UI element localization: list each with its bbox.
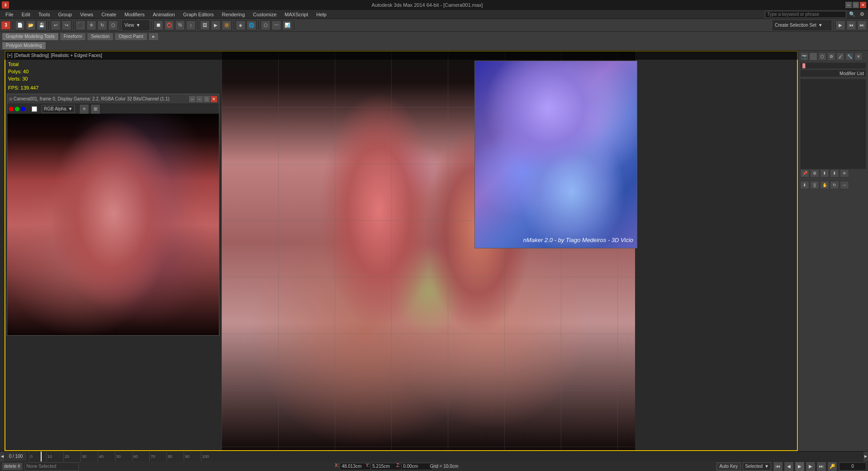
scene-btn[interactable]: 🌐 bbox=[247, 20, 256, 30]
trackview-btn[interactable]: 📊 bbox=[282, 20, 292, 30]
mod-del-btn[interactable]: ✕ bbox=[840, 169, 849, 177]
menu-animation[interactable]: Animation bbox=[149, 11, 179, 18]
scale-btn[interactable]: ⬡ bbox=[108, 20, 118, 30]
menu-rendering[interactable]: Rendering bbox=[218, 11, 249, 18]
go-start-btn[interactable]: ⏮ bbox=[773, 461, 783, 471]
timeline-scroll-left[interactable]: ◀ bbox=[0, 452, 5, 461]
separator10 bbox=[833, 21, 834, 30]
select-btn[interactable]: ⬛ bbox=[76, 20, 85, 30]
menu-edit[interactable]: Edit bbox=[18, 11, 34, 18]
camera-view[interactable] bbox=[7, 114, 219, 335]
play-btn[interactable]: ▶ bbox=[835, 20, 845, 30]
z-input[interactable] bbox=[401, 463, 433, 470]
mod-nav1-btn[interactable]: ⬇ bbox=[800, 181, 809, 189]
cam-min-btn[interactable]: − bbox=[196, 96, 203, 102]
panel-create-btn[interactable]: 📷 bbox=[800, 52, 808, 61]
play-anim-btn[interactable]: ▶ bbox=[795, 461, 805, 471]
next-key-btn[interactable]: ▶ bbox=[806, 461, 816, 471]
subtab-polygon[interactable]: Polygon Modeling bbox=[2, 42, 46, 50]
viewport-container[interactable]: [+] [Default Shading] [Realistic + Edged… bbox=[5, 51, 798, 451]
mod-pin-btn[interactable]: 📌 bbox=[800, 169, 809, 177]
selected-dropdown[interactable]: Selected▼ bbox=[743, 462, 771, 471]
render-btn[interactable]: ▶ bbox=[211, 20, 221, 30]
menu-create[interactable]: Create bbox=[98, 11, 120, 18]
panel-display-btn[interactable]: 🖊 bbox=[836, 52, 844, 61]
mod-settings-btn[interactable]: ⚙ bbox=[810, 169, 819, 177]
cam-close-btn[interactable]: ✕ bbox=[211, 96, 217, 102]
next-frame-btn[interactable]: ⏭ bbox=[857, 20, 867, 30]
maximize-button[interactable]: □ bbox=[853, 2, 859, 8]
cam-channel-btn[interactable]: ≡ bbox=[79, 104, 89, 114]
menu-file[interactable]: File bbox=[2, 11, 17, 18]
menu-maxscript[interactable]: MAXScript bbox=[281, 11, 312, 18]
view-dropdown[interactable]: View▼ bbox=[122, 20, 149, 30]
minimize-button[interactable]: ─ bbox=[845, 2, 852, 8]
new-btn[interactable]: 📄 bbox=[15, 20, 25, 30]
rgb-alpha-dropdown[interactable]: RGB Alpha▼ bbox=[42, 105, 75, 113]
modifier-list-dropdown[interactable]: Modifier List bbox=[800, 70, 866, 77]
mod-up-btn[interactable]: ⬆ bbox=[820, 169, 829, 177]
spinner-snap-btn[interactable]: ↕ bbox=[186, 20, 196, 30]
mod-nav3-btn[interactable]: ✋ bbox=[820, 181, 829, 189]
material-editor-btn[interactable]: ◈ bbox=[236, 20, 246, 30]
search-input[interactable] bbox=[765, 11, 846, 18]
prev-key-btn[interactable]: ◀ bbox=[784, 461, 794, 471]
render-setup-btn[interactable]: 🖼 bbox=[200, 20, 210, 30]
mod-nav4-btn[interactable]: ↻ bbox=[830, 181, 839, 189]
open-btn[interactable]: 📂 bbox=[26, 20, 36, 30]
percent-snap-btn[interactable]: % bbox=[175, 20, 185, 30]
snap-btn[interactable]: 🔲 bbox=[153, 20, 163, 30]
blue-channel-icon[interactable] bbox=[21, 107, 25, 111]
timeline-track[interactable]: 0 10 20 30 40 50 60 70 80 90 100 bbox=[27, 452, 863, 461]
search-options[interactable]: ⚙ bbox=[858, 10, 866, 18]
mod-nav2-btn[interactable]: || bbox=[810, 181, 819, 189]
cam-max-btn[interactable]: □ bbox=[204, 96, 210, 102]
menu-group[interactable]: Group bbox=[54, 11, 76, 18]
go-end-btn[interactable]: ⏭ bbox=[816, 461, 826, 471]
move-btn[interactable]: ✛ bbox=[86, 20, 96, 30]
delete-btn[interactable]: delete # bbox=[2, 462, 23, 471]
auto-key-btn[interactable]: Auto Key bbox=[716, 462, 741, 471]
menu-graph-editors[interactable]: Graph Editors bbox=[180, 11, 218, 18]
tab-graphite[interactable]: Graphite Modeling Tools bbox=[2, 33, 59, 41]
undo-btn[interactable]: ↩ bbox=[51, 20, 61, 30]
normal-map-view: nMaker 2.0 - by Tiago Medeiros - 3D Vici… bbox=[474, 61, 637, 248]
cam-options-btn[interactable]: ⊞ bbox=[90, 104, 100, 114]
timeline-scroll-right[interactable]: ▶ bbox=[863, 452, 868, 461]
green-channel-icon[interactable] bbox=[15, 107, 19, 111]
mod-down-btn[interactable]: ⬇ bbox=[830, 169, 839, 177]
save-btn[interactable]: 💾 bbox=[37, 20, 47, 30]
tab-freeform[interactable]: Freeform bbox=[60, 33, 86, 41]
cam-scroll-btn[interactable]: ↔ bbox=[189, 96, 195, 102]
menu-views[interactable]: Views bbox=[76, 11, 97, 18]
panel-motion-btn[interactable]: ⚙ bbox=[827, 52, 835, 61]
current-frame-input[interactable] bbox=[839, 462, 866, 471]
frame-number-input[interactable] bbox=[840, 463, 865, 470]
angle-snap-btn[interactable]: ⭕ bbox=[164, 20, 174, 30]
menu-tools[interactable]: Tools bbox=[35, 11, 54, 18]
rotate-btn[interactable]: ↻ bbox=[97, 20, 107, 30]
mod-nav5-btn[interactable]: ↔ bbox=[840, 181, 849, 189]
schematic-view-btn[interactable]: ⬡ bbox=[261, 20, 270, 30]
create-selection-dropdown[interactable]: Create Selection Set▼ bbox=[773, 20, 831, 30]
prev-frame-btn[interactable]: ⏮ bbox=[846, 20, 856, 30]
panel-utilities-btn[interactable]: 🔧 bbox=[845, 52, 854, 61]
active-shade-btn[interactable]: 🔆 bbox=[222, 20, 232, 30]
panel-hierarchy-btn[interactable]: ⬡ bbox=[818, 52, 826, 61]
app-logo-btn[interactable]: 3 bbox=[1, 21, 11, 30]
tab-more[interactable]: ▸ bbox=[148, 33, 159, 41]
menu-help[interactable]: Help bbox=[313, 11, 330, 18]
modeling-toolbar: Graphite Modeling Tools Freeform Selecti… bbox=[0, 32, 868, 51]
curve-editor-btn[interactable]: 〰 bbox=[271, 20, 281, 30]
close-button[interactable]: ✕ bbox=[860, 2, 866, 8]
redo-btn[interactable]: ↪ bbox=[62, 20, 71, 30]
tab-object-paint[interactable]: Object Paint bbox=[114, 33, 147, 41]
menu-modifiers[interactable]: Modifiers bbox=[121, 11, 148, 18]
menu-customize[interactable]: Customize bbox=[249, 11, 280, 18]
red-channel-icon[interactable] bbox=[9, 107, 14, 111]
key-mode-btn[interactable]: 🔑 bbox=[827, 461, 837, 471]
tab-selection[interactable]: Selection bbox=[87, 33, 114, 41]
panel-close-btn[interactable]: ✕ bbox=[854, 52, 863, 61]
search-btn[interactable]: 🔍 bbox=[847, 10, 857, 18]
panel-modify-btn[interactable] bbox=[809, 52, 817, 61]
